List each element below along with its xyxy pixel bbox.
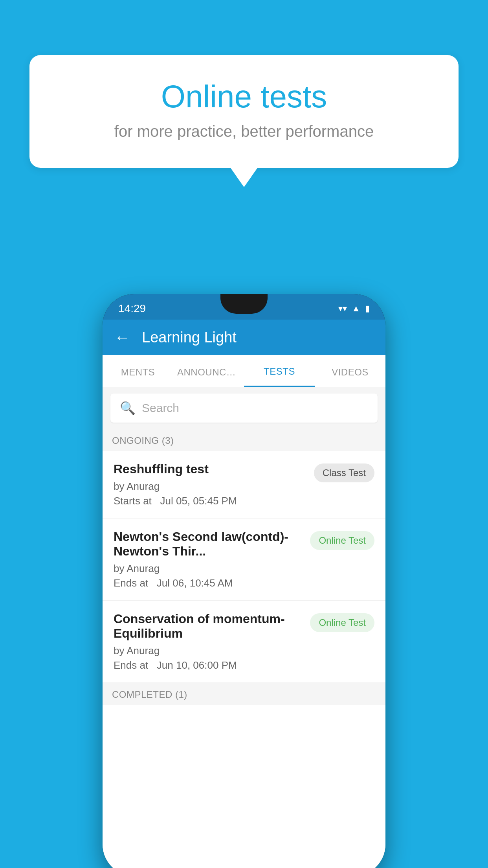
wifi-icon: ▾▾ xyxy=(338,303,347,314)
tests-list: Reshuffling test by Anurag Starts at Jul… xyxy=(103,451,385,868)
test-item-3-name: Conservation of momentum-Equilibrium xyxy=(114,612,302,641)
test-item-3-left: Conservation of momentum-Equilibrium by … xyxy=(114,612,302,671)
screen-content: 🔍 Search ONGOING (3) Reshuffling test by… xyxy=(103,387,385,868)
status-time: 14:29 xyxy=(118,302,146,315)
test-item-2-badge: Online Test xyxy=(310,531,374,550)
signal-icon: ▲ xyxy=(352,303,360,314)
back-button[interactable]: ← xyxy=(114,329,130,346)
app-bar: ← Learning Light xyxy=(103,320,385,355)
test-item-2-author: by Anurag xyxy=(114,563,302,575)
completed-header: COMPLETED (1) xyxy=(103,683,385,705)
test-item-3-author: by Anurag xyxy=(114,645,302,657)
test-item-1-left: Reshuffling test by Anurag Starts at Jul… xyxy=(114,462,306,507)
test-item-3-badge: Online Test xyxy=(310,613,374,632)
tabs-bar: MENTS ANNOUNCEMENTS TESTS VIDEOS xyxy=(103,355,385,387)
speech-bubble: Online tests for more practice, better p… xyxy=(29,55,459,168)
ongoing-header: ONGOING (3) xyxy=(103,429,385,451)
search-placeholder: Search xyxy=(142,401,179,415)
tab-tests[interactable]: TESTS xyxy=(244,355,315,387)
search-bar[interactable]: 🔍 Search xyxy=(110,394,378,423)
test-item-1-author: by Anurag xyxy=(114,480,306,493)
battery-icon: ▮ xyxy=(365,303,370,314)
status-bar: 14:29 ▾▾ ▲ ▮ xyxy=(103,294,385,320)
test-item-1[interactable]: Reshuffling test by Anurag Starts at Jul… xyxy=(103,451,385,519)
test-item-3-time: Ends at Jun 10, 06:00 PM xyxy=(114,659,302,671)
speech-bubble-title: Online tests xyxy=(61,79,427,115)
tab-ments[interactable]: MENTS xyxy=(103,356,173,386)
search-icon: 🔍 xyxy=(120,401,136,416)
test-item-3[interactable]: Conservation of momentum-Equilibrium by … xyxy=(103,601,385,683)
tab-videos[interactable]: VIDEOS xyxy=(315,356,385,386)
test-item-1-badge: Class Test xyxy=(314,463,374,482)
search-container: 🔍 Search xyxy=(103,387,385,429)
notch xyxy=(220,294,268,314)
speech-bubble-wrapper: Online tests for more practice, better p… xyxy=(29,55,459,187)
test-item-2-time: Ends at Jul 06, 10:45 AM xyxy=(114,577,302,589)
speech-bubble-subtitle: for more practice, better performance xyxy=(61,123,427,140)
app-title: Learning Light xyxy=(142,329,237,346)
test-item-2-left: Newton's Second law(contd)-Newton's Thir… xyxy=(114,530,302,589)
test-item-1-time: Starts at Jul 05, 05:45 PM xyxy=(114,495,306,507)
status-icons: ▾▾ ▲ ▮ xyxy=(338,303,370,314)
test-item-1-name: Reshuffling test xyxy=(114,462,306,476)
test-item-2-name: Newton's Second law(contd)-Newton's Thir… xyxy=(114,530,302,559)
speech-bubble-arrow xyxy=(230,167,258,187)
tab-announcements[interactable]: ANNOUNCEMENTS xyxy=(173,356,244,386)
test-item-2[interactable]: Newton's Second law(contd)-Newton's Thir… xyxy=(103,519,385,601)
phone-frame: 14:29 ▾▾ ▲ ▮ ← Learning Light MENTS ANNO… xyxy=(103,294,385,868)
